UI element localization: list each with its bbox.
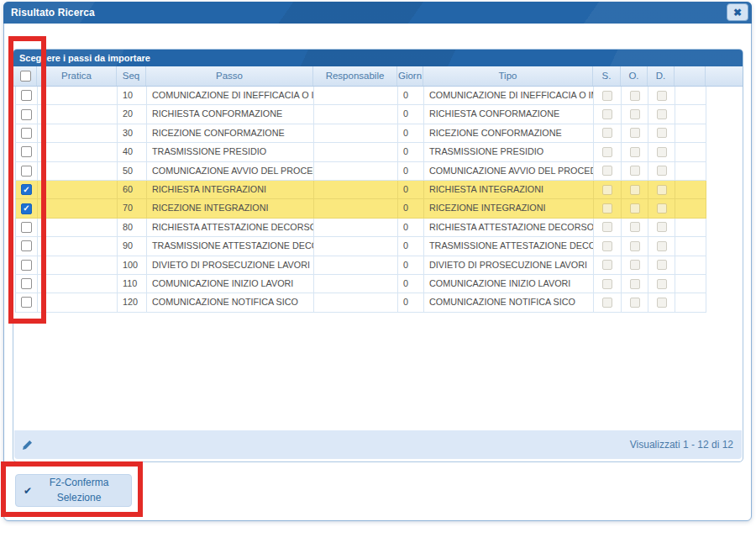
table-row[interactable]: 120COMUNICAZIONE NOTIFICA SICO0COMUNICAZ… <box>15 293 706 312</box>
dialog-titlebar[interactable]: Risultato Ricerca ✖ <box>3 2 752 24</box>
cell-giorn: 0 <box>398 275 424 293</box>
row-checkbox[interactable] <box>21 240 32 251</box>
disabled-checkbox <box>657 260 667 270</box>
cell-o <box>622 87 648 104</box>
column-header-tipo[interactable]: Tipo <box>423 66 593 86</box>
cell-tipo: COMUNICAZIONE DI INEFFICACIA O IMP <box>424 87 594 104</box>
search-result-dialog: Risultato Ricerca ✖ Scegliere i passi da… <box>3 2 752 521</box>
cell-select <box>16 293 38 311</box>
disabled-checkbox <box>602 91 612 101</box>
column-header-passo[interactable]: Passo <box>146 66 313 86</box>
cell-o <box>622 162 648 180</box>
table-header: Pratica Seq Passo Responsabile Giorn Tip… <box>13 66 743 87</box>
table-body: 10COMUNICAZIONE DI INEFFICACIA O IMP0COM… <box>15 87 706 313</box>
cell-responsabile <box>314 219 398 236</box>
column-header-s[interactable]: S. <box>593 66 621 86</box>
disabled-checkbox <box>657 166 667 176</box>
table-row[interactable]: 70RICEZIONE INTEGRAZIONI0RICEZIONE INTEG… <box>15 199 706 218</box>
cell-tipo: TRASMISSIONE ATTESTAZIONE DECORS <box>424 237 594 255</box>
cell-extra <box>675 87 706 104</box>
cell-o <box>622 219 648 236</box>
cell-extra <box>675 124 706 142</box>
cell-passo: RICEZIONE INTEGRAZIONI <box>147 199 314 217</box>
disabled-checkbox <box>630 109 640 119</box>
column-header-pratica[interactable]: Pratica <box>37 66 117 86</box>
cell-s <box>594 199 622 217</box>
disabled-checkbox <box>602 241 612 251</box>
cell-giorn: 0 <box>398 237 424 255</box>
cell-select <box>16 162 38 180</box>
confirm-selection-button[interactable]: ✔ F2-Conferma Selezione <box>15 474 132 507</box>
column-header-o[interactable]: O. <box>621 66 648 86</box>
cell-responsabile <box>314 199 398 217</box>
table-row[interactable]: 90TRASMISSIONE ATTESTAZIONE DECORS0TRASM… <box>15 237 706 256</box>
cell-s <box>594 256 622 274</box>
table-row[interactable]: 50COMUNICAZIONE AVVIO DEL PROCEDIM0COMUN… <box>15 162 706 181</box>
cell-giorn: 0 <box>398 87 424 104</box>
row-checkbox[interactable] <box>21 128 32 139</box>
cell-passo: COMUNICAZIONE NOTIFICA SICO <box>147 293 314 311</box>
row-checkbox-checked[interactable] <box>21 203 32 214</box>
row-checkbox[interactable] <box>21 146 32 157</box>
check-icon: ✔ <box>24 486 32 496</box>
row-checkbox[interactable] <box>21 90 32 101</box>
cell-d <box>648 124 675 142</box>
table-row[interactable]: 20RICHIESTA CONFORMAZIONE0RICHIESTA CONF… <box>15 105 706 124</box>
cell-d <box>648 143 675 161</box>
cell-s <box>594 124 622 142</box>
cell-d <box>648 237 675 255</box>
cell-s <box>594 181 622 198</box>
row-checkbox[interactable] <box>21 278 32 289</box>
cell-passo: RICEZIONE CONFORMAZIONE <box>147 124 314 142</box>
cell-select <box>16 181 38 198</box>
cell-s <box>594 87 622 104</box>
cell-pratica <box>38 293 118 311</box>
table-row[interactable]: 60RICHIESTA INTEGRAZIONI0RICHIESTA INTEG… <box>15 181 706 199</box>
column-header-giorn[interactable]: Giorn <box>397 66 423 86</box>
cell-extra <box>675 162 706 180</box>
cell-responsabile <box>314 162 398 180</box>
cell-select <box>16 256 38 274</box>
cell-responsabile <box>314 143 398 161</box>
cell-passo: COMUNICAZIONE DI INEFFICACIA O IMP <box>147 87 314 104</box>
row-checkbox[interactable] <box>21 166 32 177</box>
cell-s <box>594 275 622 293</box>
table-row[interactable]: 40TRASMISSIONE PRESIDIO0TRASMISSIONE PRE… <box>15 143 706 161</box>
cell-tipo: COMUNICAZIONE NOTIFICA SICO <box>424 293 594 311</box>
column-header-d[interactable]: D. <box>648 66 675 86</box>
row-checkbox[interactable] <box>21 297 32 308</box>
row-checkbox[interactable] <box>21 109 32 120</box>
row-checkbox-checked[interactable] <box>21 184 32 195</box>
cell-passo: TRASMISSIONE PRESIDIO <box>147 143 314 161</box>
steps-grid-panel: Scegliere i passi da importare Pratica S… <box>13 49 743 462</box>
cell-responsabile <box>314 87 398 104</box>
cell-extra <box>675 275 706 293</box>
table-row[interactable]: 80RICHIESTA ATTESTAZIONE DECORSO TE0RICH… <box>15 219 706 237</box>
cell-o <box>622 105 648 123</box>
table-row[interactable]: 110COMUNICAZIONE INIZIO LAVORI0COMUNICAZ… <box>15 275 706 293</box>
column-header-extra <box>675 66 706 86</box>
cell-s <box>594 143 622 161</box>
disabled-checkbox <box>630 260 640 270</box>
disabled-checkbox <box>602 260 612 270</box>
column-header-responsabile[interactable]: Responsabile <box>313 66 397 86</box>
close-icon[interactable]: ✖ <box>727 3 748 21</box>
pencil-icon[interactable] <box>22 440 33 451</box>
table-row[interactable]: 10COMUNICAZIONE DI INEFFICACIA O IMP0COM… <box>15 87 706 105</box>
cell-extra <box>675 143 706 161</box>
cell-select <box>16 124 38 142</box>
row-checkbox[interactable] <box>21 260 32 271</box>
cell-seq: 50 <box>118 162 147 180</box>
table-row[interactable]: 100DIVIETO DI PROSECUZIONE LAVORI0DIVIET… <box>15 256 706 275</box>
column-header-seq[interactable]: Seq <box>117 66 146 86</box>
disabled-checkbox <box>602 128 612 138</box>
table-row[interactable]: 30RICEZIONE CONFORMAZIONE0RICEZIONE CONF… <box>15 124 706 143</box>
cell-tipo: RICHIESTA CONFORMAZIONE <box>424 105 594 123</box>
cell-seq: 30 <box>118 124 147 142</box>
cell-giorn: 0 <box>398 124 424 142</box>
row-checkbox[interactable] <box>21 222 32 233</box>
cell-extra <box>675 181 706 198</box>
cell-giorn: 0 <box>398 293 424 311</box>
select-all-checkbox[interactable] <box>20 71 31 82</box>
cell-extra <box>675 105 706 123</box>
